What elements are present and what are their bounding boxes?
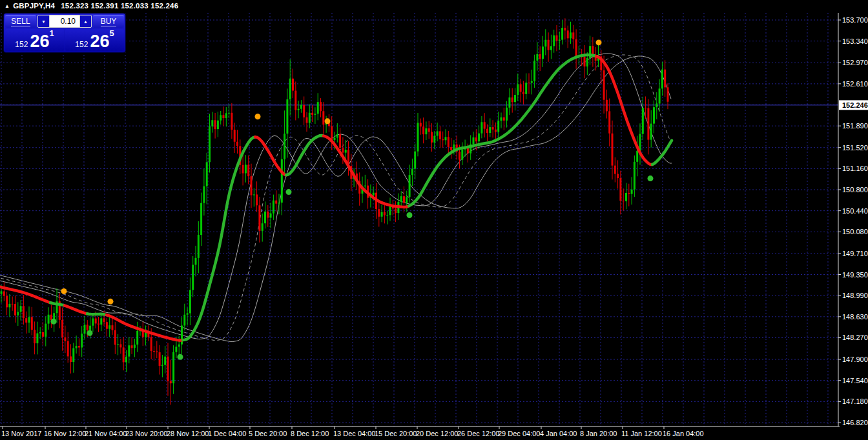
volume-increase-button[interactable]: ▲ (79, 15, 91, 27)
candle-body (25, 318, 27, 323)
candle-body (131, 345, 133, 348)
sell-price-display[interactable]: 152 26 1 (5, 29, 64, 51)
candle-body (178, 345, 180, 347)
candle-body (331, 126, 333, 139)
signal-dot-green (87, 330, 93, 336)
candle-body (645, 108, 646, 108)
trend-ma-layer (0, 55, 672, 341)
candle-body (270, 214, 272, 218)
candle-body (78, 346, 80, 347)
candle-body (262, 223, 264, 231)
price-axis-label: 148.990 (842, 292, 868, 299)
candle-body (286, 99, 288, 134)
candle-body (72, 348, 74, 362)
candle-body (508, 97, 510, 108)
candle-body (553, 35, 555, 46)
candle-body (550, 46, 552, 50)
candle-body (531, 81, 533, 83)
signal-dot-green (51, 319, 57, 325)
candle-body (619, 178, 621, 201)
candle-body (31, 317, 33, 330)
candle-body (242, 165, 244, 174)
candle-body (536, 54, 538, 61)
candle-body (409, 175, 411, 197)
candle-body (258, 205, 260, 231)
candle-body (251, 176, 253, 195)
candle-body (284, 134, 285, 159)
candle-body (492, 127, 494, 130)
price-axis-label: 151.160 (842, 165, 868, 172)
candle-body (572, 32, 574, 39)
signal-dot-orange (255, 114, 261, 119)
candle-body (661, 70, 663, 89)
candle-body (484, 122, 486, 128)
candle-body (253, 194, 255, 195)
trend-ma-down-segment (324, 136, 409, 207)
volume-input[interactable]: 0.10 (50, 15, 79, 27)
candle-body (256, 194, 258, 205)
candle-body (117, 345, 119, 345)
candle-body (564, 28, 566, 30)
candle-body (525, 83, 527, 94)
chart-title: ▲GBPJPY,H4152.323 152.391 152.033 152.24… (5, 2, 178, 10)
signal-dot-green (648, 175, 654, 181)
candle-body (161, 365, 163, 366)
candle-body (267, 212, 269, 218)
candle-body (480, 122, 482, 133)
candle-body (294, 91, 296, 110)
candle-body (309, 113, 311, 123)
candle-body (634, 162, 636, 190)
channel-band-line (0, 56, 671, 342)
candle-body (245, 165, 247, 173)
chart-canvas[interactable]: 153.700153.340152.970152.610151.890151.5… (0, 0, 868, 440)
candle-body (119, 345, 121, 348)
sell-button[interactable]: SELL (5, 15, 36, 28)
candle-body (625, 193, 627, 201)
time-axis-label: 26 Dec 12:00 (457, 430, 499, 437)
candle-body (664, 70, 666, 88)
candle-body (150, 337, 152, 351)
axes-layer: 153.700153.340152.970152.610151.890151.5… (0, 13, 868, 437)
buy-button[interactable]: BUY (93, 15, 124, 28)
price-axis-label: 150.440 (842, 207, 868, 215)
candle-body (206, 162, 208, 186)
trend-ma-up-segment (652, 141, 672, 165)
candle-body (311, 113, 313, 115)
time-axis-label: 16 Nov 12:00 (44, 430, 86, 437)
candle-body (12, 304, 14, 305)
candle-body (292, 79, 294, 91)
candle-body (497, 121, 499, 132)
price-axis-label: 147.900 (842, 355, 868, 363)
chart-ohlc-values: 152.323 152.391 152.033 152.246 (61, 2, 178, 10)
candle-body (76, 346, 78, 348)
candle-body (320, 102, 322, 111)
buy-button-label: BUY (101, 17, 117, 26)
buy-price-display[interactable]: 152 26 5 (65, 29, 124, 51)
candle-body (425, 128, 427, 134)
candle-body (112, 325, 114, 330)
candle-body (39, 332, 41, 334)
candle-body (647, 108, 649, 140)
candle-body (200, 203, 202, 235)
candle-body (384, 212, 386, 215)
volume-decrease-button[interactable]: ▼ (38, 15, 50, 27)
signal-dot-green (286, 189, 292, 195)
signal-dot-green (407, 212, 413, 218)
candle-body (411, 169, 413, 175)
candle-body (642, 108, 644, 134)
candle-body (533, 61, 535, 81)
candle-body (636, 151, 638, 162)
signal-dot-orange (325, 118, 331, 124)
price-axis-label: 147.540 (842, 377, 868, 385)
candle-body (45, 324, 46, 337)
grid-layer (0, 13, 838, 426)
candle-body (20, 306, 22, 312)
candle-body (281, 159, 283, 203)
candle-body (6, 296, 8, 308)
candle-body (1, 292, 3, 294)
candle-body (659, 88, 661, 103)
candle-body (395, 208, 397, 213)
candle-body (145, 332, 147, 337)
candle-body (217, 121, 219, 129)
candle-body (364, 186, 366, 186)
